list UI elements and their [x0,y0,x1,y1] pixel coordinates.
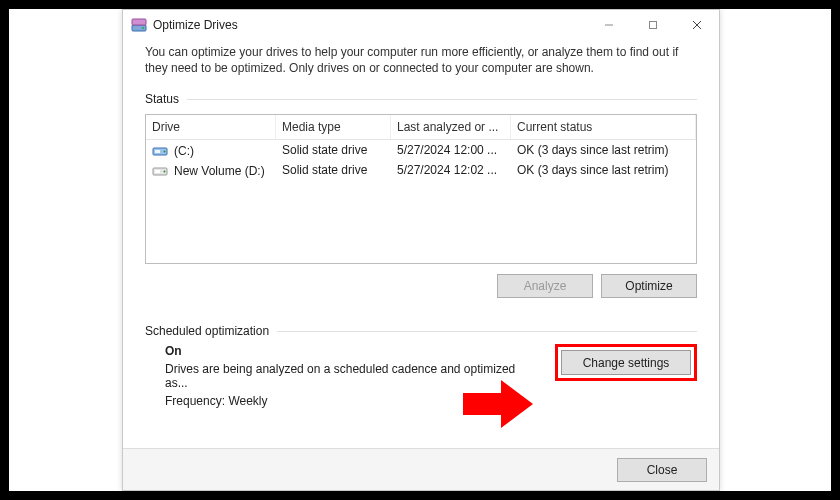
close-button[interactable] [675,10,719,40]
description-text: You can optimize your drives to help you… [145,44,697,76]
disk-icon [152,143,168,159]
drive-media: Solid state drive [276,162,391,180]
change-settings-button[interactable]: Change settings [561,350,691,375]
drive-app-icon [131,17,147,33]
frequency-label: Frequency: [165,394,225,408]
drive-row[interactable]: (C:) Solid state drive 5/27/2024 12:00 .… [146,140,696,160]
scheduled-heading-label: Scheduled optimization [145,324,277,338]
window-title: Optimize Drives [153,18,238,32]
svg-point-9 [164,151,166,153]
drive-row[interactable]: New Volume (D:) Solid state drive 5/27/2… [146,160,696,180]
frequency-value: Weekly [228,394,267,408]
bottom-bar: Close [123,448,719,490]
optimize-button[interactable]: Optimize [601,274,697,298]
col-status[interactable]: Current status [511,115,696,139]
col-drive[interactable]: Drive [146,115,276,139]
change-settings-highlight: Change settings [555,344,697,381]
drive-name: New Volume (D:) [174,164,265,178]
drive-status: OK (3 days since last retrim) [511,162,696,180]
svg-rect-8 [155,150,160,153]
drives-list[interactable]: Drive Media type Last analyzed or ... Cu… [145,114,697,264]
maximize-button[interactable] [631,10,675,40]
drive-status: OK (3 days since last retrim) [511,142,696,160]
optimize-drives-window: Optimize Drives You can optimize your dr… [122,9,720,491]
col-last[interactable]: Last analyzed or ... [391,115,511,139]
svg-rect-4 [650,22,657,29]
analyze-button[interactable]: Analyze [497,274,593,298]
scheduled-description: Drives are being analyzed on a scheduled… [165,362,533,390]
drive-last: 5/27/2024 12:02 ... [391,162,511,180]
svg-rect-11 [155,170,160,173]
column-headers[interactable]: Drive Media type Last analyzed or ... Cu… [146,115,696,140]
disk-icon [152,163,168,179]
close-dialog-button[interactable]: Close [617,458,707,482]
col-media[interactable]: Media type [276,115,391,139]
scheduled-state: On [165,344,533,358]
drive-last: 5/27/2024 12:00 ... [391,142,511,160]
drive-media: Solid state drive [276,142,391,160]
svg-point-12 [164,171,166,173]
svg-rect-1 [132,19,146,25]
minimize-button[interactable] [587,10,631,40]
page-frame: Optimize Drives You can optimize your dr… [8,8,832,492]
status-heading-label: Status [145,92,187,106]
svg-point-2 [142,27,144,29]
scheduled-heading: Scheduled optimization [145,324,697,338]
status-heading: Status [145,92,697,106]
drive-name: (C:) [174,144,194,158]
titlebar: Optimize Drives [123,10,719,40]
